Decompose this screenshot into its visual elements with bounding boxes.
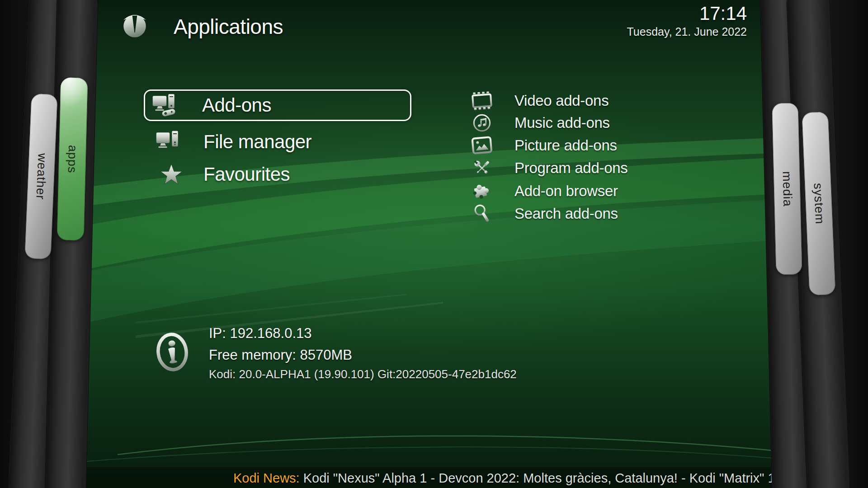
kodi-home-screen: Add-ons File manager [0, 0, 868, 488]
header: Applications 17:14 Tuesday, 21. June 202… [0, 0, 868, 488]
sidebar-tab-label: apps [65, 145, 80, 173]
clock-time: 17:14 [627, 3, 747, 24]
sidebar-tab-label: media [780, 171, 795, 206]
clock-block: 17:14 Tuesday, 21. June 2022 [627, 3, 747, 38]
sidebar-tab-label: weather [33, 153, 49, 200]
sidebar-tab-label: system [811, 183, 827, 225]
titan-logo-icon [120, 9, 149, 38]
clock-date: Tuesday, 21. June 2022 [627, 25, 747, 38]
sidebar-tab-apps[interactable]: apps [57, 77, 88, 240]
sidebar-tab-media[interactable]: media [772, 103, 802, 275]
page-title: Applications [174, 14, 283, 39]
